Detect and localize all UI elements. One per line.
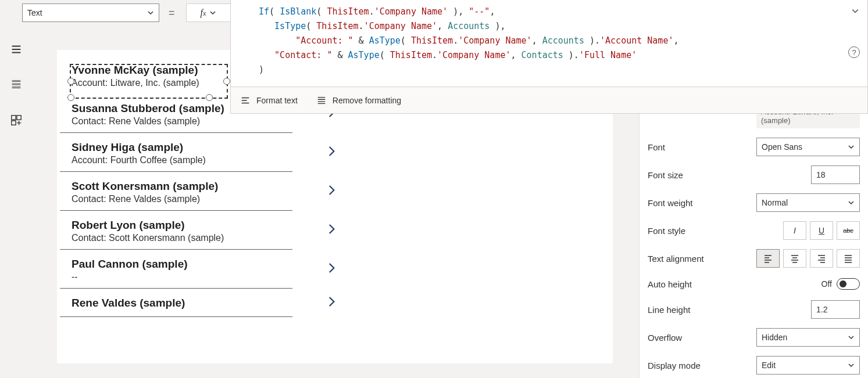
prop-align: Text alignment (640, 244, 868, 272)
prop-font-value: Open Sans (762, 142, 802, 152)
align-right-button[interactable] (810, 249, 833, 268)
properties-panel: Text Account: Litware, Inc. (sample) Fon… (639, 100, 868, 378)
fx-icon: fx (201, 8, 206, 18)
help-icon[interactable]: ? (848, 46, 860, 58)
svg-rect-0 (12, 116, 16, 120)
prop-fontsize-input[interactable]: 18 (811, 165, 860, 184)
prop-fontstyle-label: Font style (648, 226, 685, 236)
chevron-right-icon[interactable] (324, 261, 339, 278)
prop-displaymode-value: Edit (762, 361, 776, 370)
align-justify-button[interactable] (837, 249, 860, 268)
format-text-icon (240, 95, 251, 106)
prop-autoheight: Auto height Off (640, 272, 868, 296)
list-item[interactable]: Robert Lyon (sample)Contact: Scott Koner… (60, 211, 292, 250)
remove-formatting-label: Remove formatting (333, 96, 401, 105)
hamburger-icon[interactable] (10, 43, 23, 57)
prop-fontsize-label: Font size (648, 170, 683, 180)
align-center-button[interactable] (783, 249, 806, 268)
prop-align-group (756, 249, 860, 268)
format-toolbar: Format text Remove formatting (230, 87, 868, 114)
prop-displaymode-select[interactable]: Edit (756, 356, 860, 375)
remove-formatting-button[interactable]: Remove formatting (316, 95, 401, 106)
prop-autoheight-state: Off (821, 279, 832, 289)
chevron-right-icon[interactable] (324, 144, 339, 161)
chevron-down-icon (848, 362, 855, 369)
list-item[interactable]: Scott Konersmann (sample)Contact: Rene V… (60, 172, 292, 211)
prop-font-label: Font (648, 142, 665, 152)
format-text-label: Format text (256, 96, 298, 105)
prop-overflow-value: Hidden (762, 333, 787, 342)
prop-align-label: Text alignment (648, 254, 704, 264)
prop-autoheight-label: Auto height (648, 279, 692, 289)
autoheight-toggle[interactable] (837, 278, 860, 290)
list-item-subtitle: -- (72, 272, 292, 282)
align-left-button[interactable] (756, 249, 780, 268)
equals-sign: = (169, 7, 175, 19)
list-item-title: Paul Cannon (sample) (72, 258, 292, 271)
prop-fontweight: Font weight Normal (640, 189, 868, 217)
prop-lineheight-input[interactable]: 1.2 (811, 300, 860, 319)
list-item-title: Scott Konersmann (sample) (72, 180, 292, 193)
italic-button[interactable]: I (783, 221, 806, 240)
property-selector[interactable]: Text (22, 3, 159, 22)
format-text-button[interactable]: Format text (240, 95, 298, 106)
chevron-right-icon[interactable] (324, 222, 339, 239)
fx-button[interactable]: fx (186, 3, 230, 22)
formula-content: If( IsBlank( ThisItem.'Company Name' ), … (231, 0, 867, 82)
prop-fontweight-value: Normal (762, 198, 788, 207)
list-item[interactable]: Sidney Higa (sample)Account: Fourth Coff… (60, 133, 292, 172)
tree-icon[interactable] (10, 78, 23, 93)
prop-fontsize: Font size 18 (640, 161, 868, 189)
list-item-title: Sidney Higa (sample) (72, 141, 292, 154)
list-item[interactable]: Rene Valdes (sample) (60, 289, 292, 317)
prop-fontweight-select[interactable]: Normal (756, 193, 860, 212)
underline-button[interactable]: U (810, 221, 833, 240)
prop-displaymode-label: Display mode (648, 361, 701, 370)
property-selector-value: Text (27, 8, 147, 17)
prop-fontsize-value: 18 (816, 170, 826, 179)
list-item-subtitle: Account: Fourth Coffee (sample) (72, 155, 292, 165)
strikethrough-button[interactable]: abc (837, 221, 860, 240)
insert-icon[interactable] (10, 114, 23, 128)
prop-font-select[interactable]: Open Sans (756, 138, 860, 156)
prop-fontstyle: Font style I U abc (640, 217, 868, 244)
chevron-down-icon (147, 9, 154, 16)
chevron-down-icon[interactable] (851, 7, 859, 15)
list-item-subtitle: Contact: Rene Valdes (sample) (72, 116, 292, 127)
prop-lineheight-label: Line height (648, 305, 690, 315)
prop-lineheight-value: 1.2 (816, 305, 827, 314)
remove-formatting-icon (316, 95, 327, 106)
list-item-title: Robert Lyon (sample) (72, 219, 292, 232)
prop-displaymode: Display mode Edit (640, 351, 868, 378)
chevron-down-icon (848, 199, 855, 206)
prop-overflow-label: Overflow (648, 333, 682, 343)
prop-font: Font Open Sans (640, 133, 868, 161)
chevron-down-icon (848, 334, 855, 341)
prop-fontweight-label: Font weight (648, 198, 693, 208)
chevron-right-icon[interactable] (324, 183, 339, 200)
chevron-down-icon (848, 143, 855, 150)
list-item[interactable]: Paul Cannon (sample)-- (60, 250, 292, 289)
list-item-subtitle: Contact: Rene Valdes (sample) (72, 194, 292, 204)
prop-overflow-select[interactable]: Hidden (756, 328, 860, 347)
list-item-title: Rene Valdes (sample) (72, 297, 292, 309)
prop-fontstyle-group: I U abc (783, 221, 860, 240)
formula-editor[interactable]: If( IsBlank( ThisItem.'Company Name' ), … (230, 0, 868, 87)
svg-rect-2 (12, 121, 16, 125)
svg-rect-1 (17, 116, 21, 120)
list-item-subtitle: Contact: Scott Konersmann (sample) (72, 233, 292, 243)
chevron-down-icon (209, 9, 216, 16)
chevron-right-icon[interactable] (324, 294, 339, 311)
left-nav-rail (0, 35, 33, 378)
prop-lineheight: Line height 1.2 (640, 296, 868, 323)
prop-overflow: Overflow Hidden (640, 323, 868, 351)
